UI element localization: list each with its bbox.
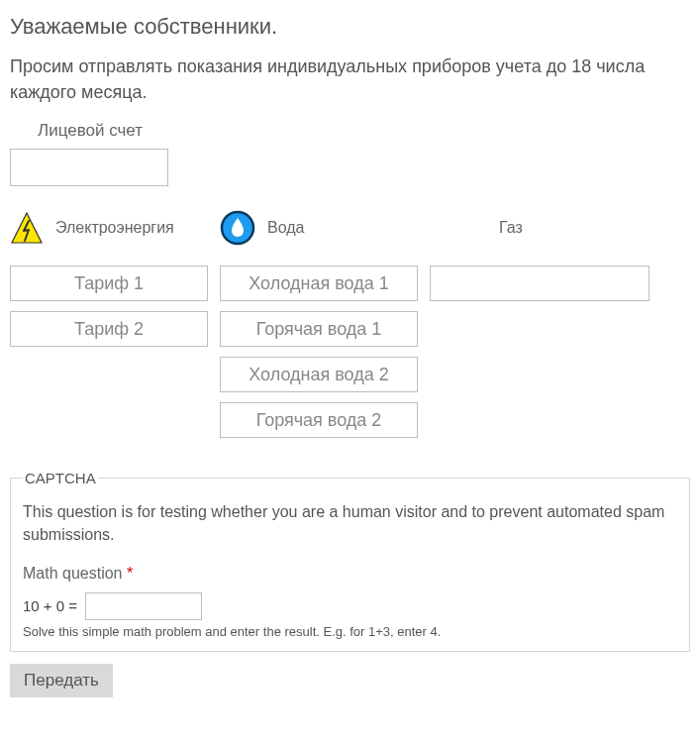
captcha-description: This question is for testing whether you…: [23, 500, 677, 546]
math-hint: Solve this simple math problem and enter…: [23, 624, 677, 639]
tariff-1-input[interactable]: [10, 266, 208, 301]
math-question-text: 10 + 0 =: [23, 597, 77, 614]
account-label: Лицевой счет: [38, 121, 690, 141]
required-mark: *: [127, 565, 133, 582]
math-answer-input[interactable]: [85, 592, 202, 620]
cold-water-1-input[interactable]: [220, 266, 418, 301]
gas-header: Газ: [430, 208, 650, 248]
electricity-header: Электроэнергия: [10, 208, 208, 248]
meter-columns: Электроэнергия Вода Газ: [10, 208, 690, 448]
hot-water-1-input[interactable]: [220, 311, 418, 347]
intro-text: Просим отправлять показания индивидуальн…: [10, 53, 690, 105]
gas-input[interactable]: [430, 266, 650, 301]
electricity-icon: [10, 211, 44, 245]
gas-column: Газ: [430, 208, 650, 311]
electricity-column: Электроэнергия: [10, 208, 208, 357]
svg-marker-0: [12, 213, 42, 243]
math-question-label: Math question *: [23, 565, 677, 583]
captcha-legend: CAPTCHA: [23, 470, 98, 486]
account-input[interactable]: [10, 149, 168, 186]
gas-label: Газ: [499, 219, 523, 237]
water-column: Вода: [220, 208, 418, 448]
water-label: Вода: [267, 219, 304, 237]
page-title: Уважаемые собственники.: [10, 14, 690, 40]
tariff-2-input[interactable]: [10, 311, 208, 347]
hot-water-2-input[interactable]: [220, 402, 418, 438]
electricity-label: Электроэнергия: [55, 219, 174, 237]
submit-button[interactable]: Передать: [10, 664, 113, 697]
water-icon: [220, 210, 255, 246]
captcha-fieldset: CAPTCHA This question is for testing whe…: [10, 470, 690, 651]
water-header: Вода: [220, 208, 418, 248]
cold-water-2-input[interactable]: [220, 357, 418, 392]
